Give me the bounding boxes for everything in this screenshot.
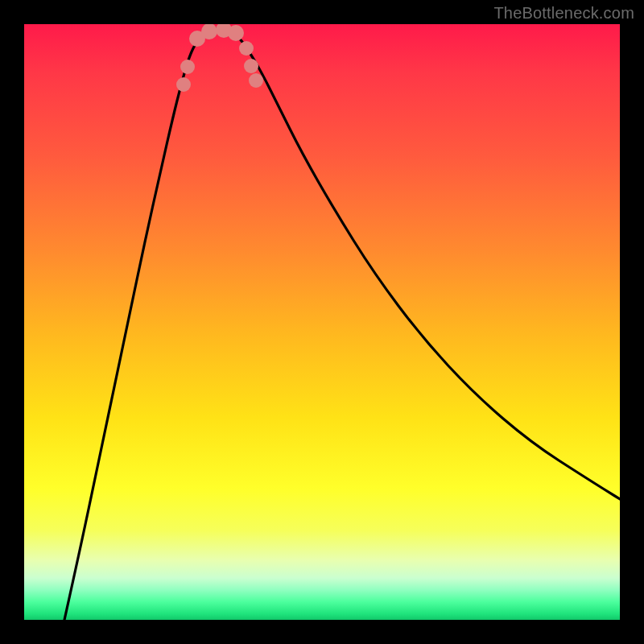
- watermark-text: TheBottleneck.com: [493, 4, 634, 23]
- marker-dot: [239, 41, 254, 56]
- right-curve: [233, 32, 620, 499]
- plot-area: [24, 24, 620, 620]
- left-curve: [64, 32, 205, 620]
- chart-frame: TheBottleneck.com: [0, 0, 644, 644]
- marker-dot: [176, 77, 191, 92]
- marker-dot: [244, 59, 258, 73]
- marker-dot: [249, 73, 263, 88]
- curves-svg: [24, 24, 620, 620]
- marker-dot: [180, 60, 195, 74]
- marker-dot: [228, 25, 244, 41]
